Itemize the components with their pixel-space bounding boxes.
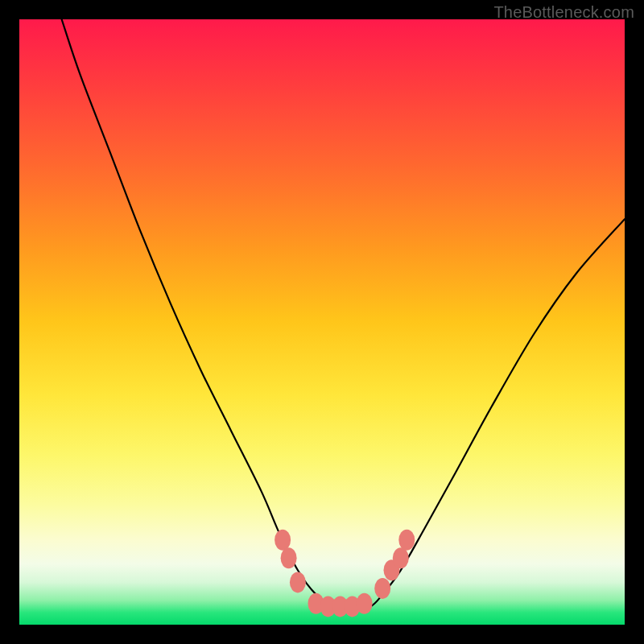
highlight-dot [398, 530, 415, 551]
plot-area [19, 19, 625, 625]
highlight-dot [290, 572, 306, 592]
highlight-dot [357, 593, 373, 614]
bottleneck-curve-path [62, 19, 625, 609]
curve-layer [19, 19, 625, 625]
highlight-dots [275, 530, 415, 617]
chart-frame: TheBottleneck.com [0, 0, 644, 644]
highlight-dot [393, 547, 409, 568]
highlight-dot [374, 578, 390, 599]
watermark-text: TheBottleneck.com [493, 3, 634, 22]
highlight-dot [281, 547, 297, 568]
highlight-dot [275, 530, 291, 551]
bottleneck-curve [62, 19, 625, 609]
